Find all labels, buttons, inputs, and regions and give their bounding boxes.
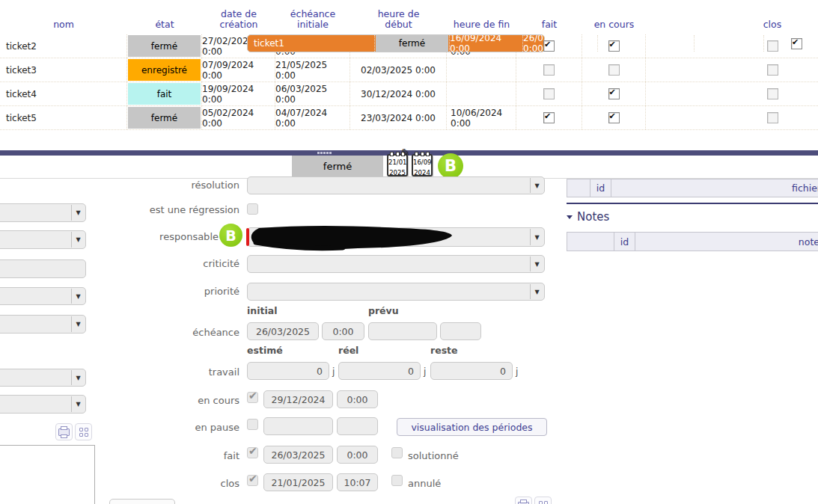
creation-date-cell[interactable]: 19/09/2024 0:00 [202, 82, 275, 105]
clos-checkbox[interactable] [247, 475, 258, 486]
column-header-heure-debut[interactable]: heure de début [350, 0, 447, 34]
resolution-select[interactable]: ▼ [247, 176, 545, 194]
column-header-clos[interactable]: clos [646, 0, 818, 34]
column-header-nom[interactable]: nom [0, 0, 127, 34]
echeance-prevu-time-field[interactable] [440, 322, 481, 340]
heure-fin-cell[interactable] [447, 82, 516, 105]
left-select[interactable]: ▼ [0, 315, 86, 334]
clos-date-field[interactable]: 21/01/2025 [263, 473, 333, 491]
ticket-name[interactable]: ticket5 [0, 106, 127, 129]
echeance-prevu-date-field[interactable] [368, 322, 437, 340]
left-select[interactable]: ▼ [0, 287, 86, 305]
column-header-echeance-initiale[interactable]: échéance initiale [275, 0, 350, 34]
fait-cell[interactable] [516, 106, 582, 129]
heure-debut-cell[interactable]: 30/12/2024 0:00 [350, 82, 447, 105]
table-row-selected[interactable]: ticket1 fermé 16/09/2024 0:00 26/03/2025… [247, 34, 545, 52]
state-button[interactable]: fermé [292, 156, 383, 177]
table-row[interactable]: ticket4 fait 19/09/2024 0:00 06/03/2025 … [0, 82, 818, 106]
heure-fin-cell[interactable] [447, 58, 516, 82]
column-header-en-cours[interactable]: en cours [582, 0, 646, 34]
table-row[interactable]: ticket5 fermé 05/02/2024 0:00 04/07/2024… [0, 106, 818, 130]
left-text-field[interactable] [0, 259, 86, 278]
fait-checkbox[interactable] [543, 88, 555, 99]
calendar-end-icon[interactable]: 16/09 2024 [412, 154, 433, 176]
clos-checkbox[interactable] [767, 40, 778, 52]
splitter-handle-icon[interactable] [317, 152, 332, 154]
ticket-name[interactable]: ticket2 [0, 34, 127, 58]
notes-note-header[interactable]: note [635, 232, 818, 251]
en-cours-checkbox[interactable] [247, 392, 258, 403]
fait-checkbox[interactable] [543, 64, 555, 76]
en-pause-checkbox[interactable] [247, 419, 258, 430]
heure-debut-cell[interactable]: 23/03/2024 0:00 [350, 106, 447, 129]
clos-cell[interactable] [646, 106, 818, 129]
grid-view-button[interactable] [534, 497, 552, 504]
notes-id-header[interactable]: id [614, 232, 635, 251]
clos-checkbox[interactable] [767, 88, 778, 99]
travail-reste-field[interactable]: 0 [430, 362, 513, 380]
partial-button[interactable] [109, 499, 175, 504]
en-cours-checkbox[interactable] [608, 112, 620, 123]
heure-debut-cell[interactable]: 02/03/2025 0:00 [350, 58, 447, 82]
ticket-state-cell[interactable]: fait [127, 82, 202, 105]
left-select[interactable]: ▼ [0, 369, 86, 387]
creation-date-cell[interactable]: 16/09/2024 0:00 [450, 35, 523, 52]
clos-cell[interactable] [646, 82, 818, 105]
print-button[interactable] [515, 497, 532, 504]
ticket-state-cell[interactable]: fermé [127, 34, 202, 58]
annule-checkbox[interactable] [391, 475, 403, 486]
en-pause-date-field[interactable] [263, 417, 333, 435]
column-header-heure-fin[interactable]: heure de fin [447, 0, 516, 34]
en-cours-cell[interactable] [582, 82, 646, 105]
clos-checkbox[interactable] [767, 112, 778, 123]
en-pause-time-field[interactable] [337, 417, 378, 435]
travail-estime-field[interactable]: 0 [247, 362, 329, 380]
table-row[interactable]: ticket3 enregistré 07/09/2024 0:00 21/05… [0, 58, 818, 82]
solutionne-checkbox[interactable] [391, 447, 403, 458]
clos-cell[interactable] [646, 58, 818, 82]
clos-time-field[interactable]: 10:07 [337, 473, 378, 491]
files-file-header[interactable]: fichier [611, 179, 818, 197]
collapse-triangle-icon[interactable] [567, 215, 573, 219]
en-cours-checkbox[interactable] [608, 40, 620, 52]
echeance-initiale-cell[interactable]: 04/07/2024 0:00 [275, 106, 350, 129]
criticite-select[interactable]: ▼ [247, 255, 545, 273]
echeance-initiale-cell[interactable]: 06/03/2025 0:00 [275, 82, 350, 105]
regression-checkbox[interactable] [247, 203, 258, 215]
echeance-initiale-cell[interactable]: 21/05/2025 0:00 [275, 58, 350, 82]
ticket-state-cell[interactable]: fermé [375, 35, 450, 52]
column-header-fait[interactable]: fait [516, 0, 582, 34]
creation-date-cell[interactable]: 07/09/2024 0:00 [202, 58, 275, 82]
fait-checkbox[interactable] [791, 38, 802, 49]
column-header-date-creation[interactable]: date de création [202, 0, 275, 34]
fait-cell[interactable] [516, 58, 582, 82]
calendar-start-icon[interactable]: ✎ 21/01 2025 [387, 154, 408, 176]
ticket-name[interactable]: ticket4 [0, 82, 127, 105]
text-area[interactable] [0, 445, 95, 504]
ticket-name[interactable]: ticket1 [248, 35, 375, 52]
echeance-initiale-cell[interactable]: 26/03/2025 0:00 [523, 35, 598, 52]
print-button[interactable] [55, 423, 73, 440]
en-cours-time-field[interactable]: 0:00 [337, 390, 378, 408]
en-cours-date-field[interactable]: 29/12/2024 [263, 390, 333, 408]
fait-cell[interactable] [516, 82, 582, 105]
left-select[interactable]: ▼ [0, 395, 86, 414]
en-cours-checkbox[interactable] [608, 88, 620, 99]
fait-checkbox[interactable] [543, 40, 555, 52]
clos-checkbox[interactable] [767, 64, 778, 76]
priorite-select[interactable]: ▼ [247, 283, 545, 301]
visualisation-periodes-button[interactable]: visualisation des périodes [397, 418, 547, 436]
creation-date-cell[interactable]: 05/02/2024 0:00 [202, 106, 275, 129]
ticket-state-cell[interactable]: fermé [127, 106, 202, 129]
en-cours-cell[interactable] [582, 58, 646, 82]
ticket-name[interactable]: ticket3 [0, 58, 127, 82]
fait-time-field[interactable]: 0:00 [337, 446, 378, 464]
fait-checkbox[interactable] [543, 112, 555, 123]
left-select[interactable]: ▼ [0, 203, 86, 222]
ticket-state-cell[interactable]: enregistré [127, 58, 202, 82]
fait-checkbox[interactable] [247, 447, 258, 458]
fait-date-field[interactable]: 26/03/2025 [263, 446, 333, 464]
en-cours-cell[interactable] [582, 106, 646, 129]
files-id-header[interactable]: id [590, 179, 611, 197]
echeance-initial-date-field[interactable]: 26/03/2025 [247, 322, 319, 340]
